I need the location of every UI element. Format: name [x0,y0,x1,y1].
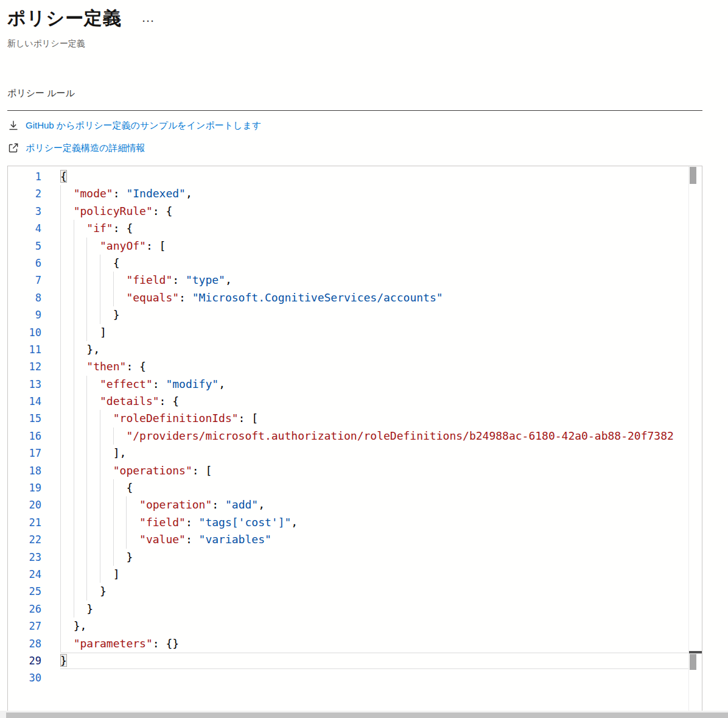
code-text: } [60,308,120,321]
vertical-scrollbar-thumb[interactable] [690,167,696,184]
code-line[interactable]: 12 "then": { [8,358,702,375]
code-line[interactable]: 6 { [8,255,702,272]
line-number: 25 [8,583,60,600]
code-line[interactable]: 17 ], [8,445,702,462]
code-text: } [60,602,93,615]
indent-guide [60,289,61,306]
code-line-content[interactable]: "effect": "modify", [60,376,689,393]
indent-guide [60,324,61,341]
code-line[interactable]: 21 "field": "tags['cost']", [8,514,702,531]
code-line[interactable]: 5 "anyOf": [ [8,238,702,255]
indent-guide [74,566,74,583]
code-line-content[interactable]: ] [60,566,689,583]
code-line[interactable]: 15 "roleDefinitionIds": [ [8,410,702,427]
code-line[interactable]: 11 }, [8,341,702,358]
code-text: "if": { [60,222,133,234]
code-line[interactable]: 28 "parameters": {} [8,635,702,652]
code-line-content[interactable]: ] [60,324,689,341]
indent-guide [74,358,74,375]
code-line-content[interactable]: }, [60,341,689,358]
code-line[interactable]: 3 "policyRule": { [8,203,702,220]
code-line-content[interactable]: "/providers/microsoft.authorization/role… [60,428,689,445]
more-options-button[interactable]: … [141,10,156,26]
indent-guide [86,445,87,462]
code-line[interactable]: 29} [8,652,702,669]
import-sample-link[interactable]: GitHub からポリシー定義のサンプルをインポートします [7,119,261,132]
code-line[interactable]: 13 "effect": "modify", [8,376,702,393]
code-line-content[interactable]: { [60,479,689,496]
indent-guide [74,462,74,479]
code-line[interactable]: 18 "operations": [ [8,462,702,479]
code-line-content[interactable]: } [60,652,689,669]
code-line-content[interactable]: "then": { [60,358,689,375]
policy-json-editor[interactable]: 1{2 "mode": "Indexed",3 "policyRule": {4… [7,166,702,717]
indent-guide [86,566,87,583]
indent-guide [74,549,74,566]
code-line-content[interactable]: "roleDefinitionIds": [ [60,410,689,427]
indent-guide [100,531,100,548]
code-line-content[interactable]: ], [60,445,689,462]
code-text: "effect": "modify", [60,378,225,390]
code-line[interactable]: 16 "/providers/microsoft.authorization/r… [8,428,702,445]
code-line[interactable]: 10 ] [8,324,702,341]
indent-guide [74,306,74,323]
code-line-content[interactable]: "operations": [ [60,462,689,479]
download-icon [7,119,19,132]
code-line-content[interactable] [60,669,689,686]
code-line-content[interactable]: } [60,583,689,600]
code-line[interactable]: 4 "if": { [8,220,702,237]
code-line-content[interactable]: } [60,600,689,618]
code-line-content[interactable]: { [60,255,689,272]
code-line[interactable]: 22 "value": "variables" [8,531,702,548]
indent-guide [60,220,61,237]
indent-guide [86,376,87,393]
code-line-content[interactable]: "if": { [60,220,689,237]
indent-guide [113,514,114,531]
line-number: 17 [8,445,60,462]
indent-guide [60,428,61,445]
code-line[interactable]: 27 }, [8,618,702,635]
code-line-content[interactable]: "field": "type", [60,272,689,289]
code-line-content[interactable]: } [60,549,689,566]
indent-guide [100,566,100,583]
code-line[interactable]: 20 "operation": "add", [8,496,702,513]
code-line[interactable]: 8 "equals": "Microsoft.CognitiveServices… [8,289,702,306]
policy-docs-link[interactable]: ポリシー定義構造の詳細情報 [7,142,145,154]
code-line[interactable]: 19 { [8,479,702,496]
code-line[interactable]: 26 } [8,600,702,618]
line-number: 15 [8,410,60,427]
code-line[interactable]: 24 ] [8,566,702,583]
code-line-content[interactable]: { [60,168,689,185]
horizontal-scrollbar-thumb[interactable] [6,713,728,718]
code-text: { [60,481,133,494]
code-line[interactable]: 14 "details": { [8,393,702,410]
code-line-content[interactable]: }, [60,618,689,635]
code-line-content[interactable]: "mode": "Indexed", [60,185,689,202]
indent-guide [126,496,127,513]
line-number: 9 [8,306,60,323]
code-line-content[interactable]: "field": "tags['cost']", [60,514,689,531]
code-line-content[interactable]: "value": "variables" [60,531,689,548]
code-text: }, [60,619,86,632]
indent-guide [60,462,61,479]
code-line[interactable]: 7 "field": "type", [8,272,702,289]
code-line[interactable]: 25 } [8,583,702,600]
indent-guide [74,324,74,341]
code-line-content[interactable]: "anyOf": [ [60,238,689,255]
code-line-content[interactable]: } [60,306,689,323]
indent-guide [86,428,87,445]
line-number: 27 [8,618,60,635]
code-line-content[interactable]: "policyRule": { [60,203,689,220]
code-line[interactable]: 1{ [8,168,702,185]
indent-guide [100,549,100,566]
code-line[interactable]: 30 [8,669,702,686]
code-line[interactable]: 2 "mode": "Indexed", [8,185,702,202]
code-line[interactable]: 9 } [8,306,702,323]
indent-guide [74,445,74,462]
code-line-content[interactable]: "equals": "Microsoft.CognitiveServices/a… [60,289,689,306]
indent-guide [100,272,100,289]
code-line[interactable]: 23 } [8,549,702,566]
code-line-content[interactable]: "parameters": {} [60,635,689,652]
code-line-content[interactable]: "details": { [60,393,689,410]
code-line-content[interactable]: "operation": "add", [60,496,689,513]
